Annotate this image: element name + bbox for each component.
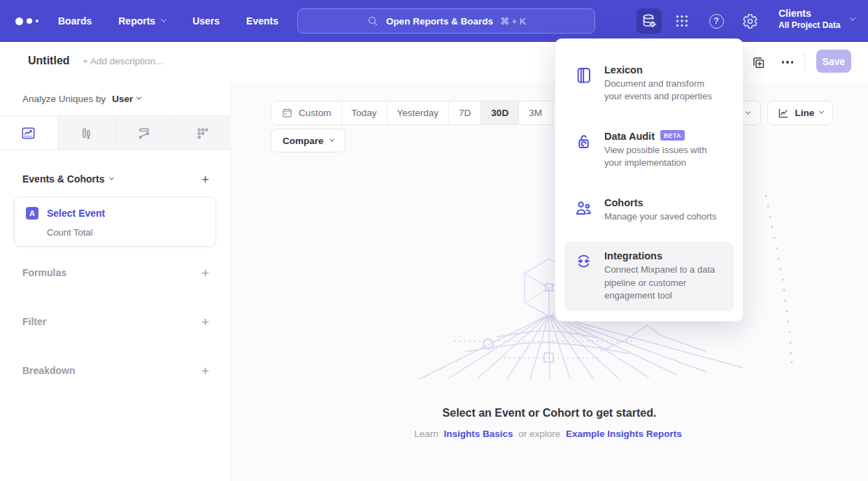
chevron-down-icon[interactable] (136, 95, 141, 100)
primary-nav: Boards Reports Users Events (58, 0, 278, 42)
events-cohorts-dropdown[interactable]: Events & Cohorts (22, 173, 113, 185)
flows-tab-icon (136, 125, 152, 141)
project-selector[interactable]: Clients All Project Data (778, 8, 855, 30)
chart-style-dropdown[interactable]: Line (767, 101, 833, 125)
empty-state-links: Learn Insights Basics or explore Example… (231, 429, 868, 439)
menu-item-description: Manage your saved cohorts (604, 210, 716, 223)
tab-bar-chart[interactable] (58, 116, 116, 150)
date-range-selector: Custom Today Yesterday 7D 30D 3M 6M (271, 101, 586, 125)
explore-middle: or explore (518, 429, 560, 439)
calendar-icon (281, 107, 293, 119)
menu-item-title: Data Audit BETA (604, 131, 724, 142)
data-management-menu: Lexicon Document and transform your even… (555, 38, 744, 322)
save-button[interactable]: Save (816, 50, 851, 73)
header-divider (804, 52, 805, 72)
add-event-button[interactable]: + (201, 173, 209, 186)
date-range-yesterday[interactable]: Yesterday (387, 101, 449, 124)
lexicon-book-icon (574, 64, 593, 103)
nav-item-events[interactable]: Events (246, 15, 278, 27)
chevron-down-icon (329, 136, 334, 141)
breakdown-row: Breakdown + (22, 362, 209, 379)
mixpanel-insights-screen: Boards Reports Users Events Open Reports… (0, 0, 868, 481)
chart-type-tabs (0, 115, 231, 150)
date-range-3m[interactable]: 3M (518, 101, 552, 124)
more-options-button[interactable] (779, 54, 796, 71)
cohorts-people-icon (574, 197, 593, 223)
project-scope: All Project Data (778, 20, 841, 30)
add-formula-button[interactable]: + (201, 266, 209, 280)
global-search-input[interactable]: Open Reports & Boards ⌘ + K (297, 8, 595, 34)
data-management-button[interactable] (636, 8, 662, 34)
settings-button[interactable] (737, 8, 762, 34)
menu-item-title: Integrations (604, 250, 724, 261)
menu-item-data-audit[interactable]: Data Audit BETA View possible issues wit… (564, 122, 734, 178)
nav-item-users[interactable]: Users (192, 15, 220, 27)
menu-item-cohorts[interactable]: Cohorts Manage your saved cohorts (564, 189, 734, 231)
retention-dots-tab-icon (194, 125, 211, 141)
filter-label: Filter (22, 316, 46, 327)
date-range-7d[interactable]: 7D (448, 101, 481, 124)
insights-basics-link[interactable]: Insights Basics (443, 429, 513, 439)
analyze-uniques-row: Analyze Uniques by User (22, 94, 141, 104)
ellipsis-icon (782, 61, 794, 64)
help-icon: ? (709, 14, 724, 29)
date-range-today[interactable]: Today (341, 101, 387, 124)
date-range-30d[interactable]: 30D (481, 101, 518, 124)
top-navigation-bar: Boards Reports Users Events Open Reports… (0, 0, 868, 42)
menu-item-description: View possible issues with your implement… (604, 144, 724, 170)
menu-item-lexicon[interactable]: Lexicon Document and transform your even… (564, 56, 734, 112)
learn-prefix: Learn (414, 429, 439, 439)
events-cohorts-header: Events & Cohorts + (22, 171, 209, 187)
empty-state-title: Select an Event or Cohort to get started… (231, 407, 868, 419)
duplicate-report-button[interactable] (750, 54, 767, 71)
event-letter-badge: A (26, 207, 38, 220)
line-chart-icon (777, 107, 790, 120)
event-card[interactable]: A Select Event Count Total (14, 196, 216, 247)
breakdown-label: Breakdown (22, 365, 75, 376)
project-name: Clients (778, 8, 841, 19)
count-total-dropdown[interactable]: Count Total (47, 227, 93, 238)
help-button[interactable]: ? (704, 8, 729, 34)
copy-plus-icon (751, 55, 766, 70)
tab-retention[interactable] (173, 116, 231, 150)
chevron-down-icon (746, 110, 750, 115)
mixpanel-logo-icon[interactable] (15, 0, 38, 42)
filter-row: Filter + (22, 313, 209, 330)
chevron-down-icon (849, 15, 855, 20)
data-audit-lock-icon (574, 131, 593, 170)
nav-item-boards[interactable]: Boards (58, 15, 92, 27)
date-range-custom[interactable]: Custom (271, 101, 341, 124)
compare-dropdown[interactable]: Compare (271, 129, 346, 152)
add-filter-button[interactable]: + (201, 315, 209, 329)
menu-item-description: Connect Mixpanel to a data pipeline or c… (604, 264, 724, 302)
tab-insights-line[interactable] (0, 116, 58, 150)
nav-item-reports[interactable]: Reports (118, 15, 166, 27)
search-placeholder: Open Reports & Boards (386, 16, 493, 27)
database-gear-icon (641, 13, 657, 29)
integrations-sync-icon (574, 250, 593, 302)
select-event-button[interactable]: Select Event (47, 208, 105, 219)
bar-chart-tab-icon (78, 125, 94, 141)
tab-flows[interactable] (116, 116, 174, 150)
add-description-field[interactable]: + Add description... (83, 56, 163, 66)
beta-badge: BETA (660, 130, 685, 141)
analyze-value-dropdown[interactable]: User (112, 94, 133, 104)
formulas-row: Formulas + (22, 264, 209, 281)
report-canvas: Custom Today Yesterday 7D 30D 3M 6M Comp… (231, 82, 868, 481)
grid-dots-icon (674, 13, 690, 29)
menu-item-title: Cohorts (604, 197, 716, 208)
gear-icon (742, 13, 758, 29)
formulas-label: Formulas (22, 267, 66, 278)
query-builder-sidebar: Analyze Uniques by User (0, 82, 231, 481)
search-shortcut-hint: ⌘ + K (500, 16, 526, 27)
example-reports-link[interactable]: Example Insights Reports (566, 429, 682, 439)
report-title[interactable]: Untitled (28, 55, 70, 67)
chevron-down-icon (109, 175, 114, 180)
apps-grid-button[interactable] (669, 8, 695, 34)
add-breakdown-button[interactable]: + (201, 364, 209, 378)
menu-item-integrations[interactable]: Integrations Connect Mixpanel to a data … (564, 242, 734, 310)
menu-item-title: Lexicon (604, 64, 724, 76)
chevron-down-icon (819, 109, 824, 114)
line-chart-tab-icon (20, 125, 36, 141)
search-icon (367, 15, 379, 27)
